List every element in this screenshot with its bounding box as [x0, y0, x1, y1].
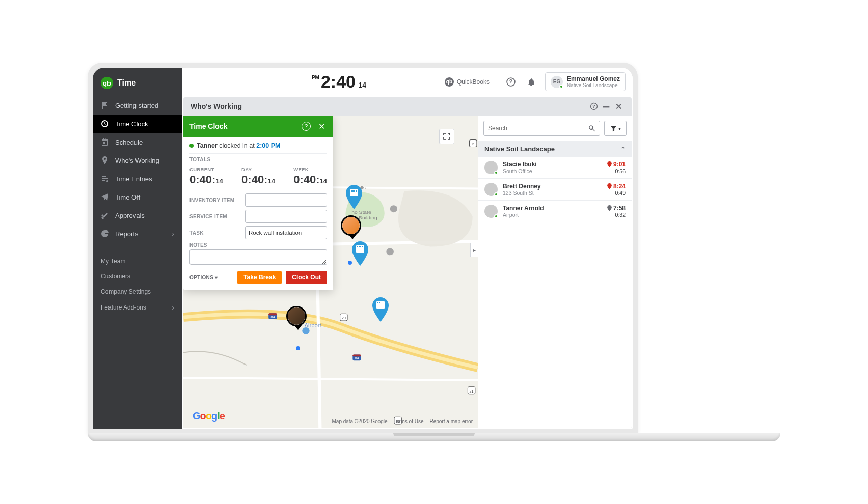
pin-icon: [607, 205, 612, 211]
svg-point-25: [390, 205, 397, 212]
svg-rect-39: [360, 246, 361, 247]
plane-icon: [101, 193, 109, 201]
panel-minimize-button[interactable]: ‒: [600, 100, 612, 113]
nav-label: Time Clock: [115, 120, 148, 128]
task-input[interactable]: [245, 226, 327, 239]
totals-label: TOTALS: [189, 153, 327, 164]
map-location-pin[interactable]: [344, 185, 364, 209]
search-box[interactable]: [483, 121, 600, 136]
task-label: TASK: [189, 230, 241, 236]
user-avatar: EG: [551, 76, 563, 88]
svg-rect-30: [354, 190, 355, 191]
map-bluedot: [296, 346, 300, 350]
map-terms-link[interactable]: Terms of Use: [394, 418, 424, 424]
clock-out-button[interactable]: Clock Out: [286, 271, 327, 284]
nav-label: Time Off: [115, 193, 140, 201]
map-expand-tab[interactable]: ▸: [470, 243, 478, 257]
nav-time-entries[interactable]: Time Entries: [93, 170, 182, 188]
chevron-right-icon: ›: [172, 230, 174, 238]
map-employee-pin[interactable]: [286, 306, 310, 334]
quickbooks-link[interactable]: qb QuickBooks: [445, 77, 490, 87]
nav-whos-working[interactable]: Who's Working: [93, 151, 182, 170]
filter-icon: [610, 125, 617, 132]
nav-label: Reports: [115, 230, 166, 238]
panel-close-button[interactable]: ✕: [612, 100, 625, 113]
svg-rect-29: [352, 190, 354, 191]
nav-approvals[interactable]: Approvals: [93, 206, 182, 225]
time-clock-close-button[interactable]: ✕: [316, 121, 327, 132]
caret-down-icon: ▾: [618, 126, 621, 131]
employee-row[interactable]: Brett Denney123 South St 8:240:49: [478, 179, 632, 201]
divider: [497, 76, 497, 88]
nav-my-team[interactable]: My Team: [93, 254, 182, 269]
panel-title: Who's Working: [191, 102, 242, 110]
notifications-button[interactable]: [525, 75, 538, 89]
clock-icon: [101, 120, 109, 128]
help-button[interactable]: ?: [504, 75, 518, 89]
map-employee-pin[interactable]: [341, 215, 364, 244]
nav-schedule[interactable]: Schedule: [93, 133, 182, 151]
notes-input[interactable]: [189, 249, 327, 265]
inventory-label: INVENTORY ITEM: [189, 198, 241, 203]
map-view[interactable]: Airport ho State tol Building Hills ge 8…: [183, 116, 478, 428]
brand-logo: qb: [101, 77, 113, 89]
employee-duration: 0:32: [607, 212, 626, 218]
quickbooks-icon: qb: [445, 77, 454, 87]
nav-reports[interactable]: Reports ›: [93, 225, 182, 243]
pin-icon: [607, 183, 612, 189]
time-clock-help-button[interactable]: ?: [302, 122, 311, 131]
filter-button[interactable]: ▾: [604, 121, 627, 136]
employee-name: Brett Denney: [503, 183, 602, 190]
employee-row[interactable]: Stacie IbukiSouth Office 9:010:56: [478, 157, 632, 179]
employee-avatar: [484, 161, 498, 174]
nav-primary: Getting started Time Clock Schedule Who'…: [93, 96, 182, 243]
nav-company-settings[interactable]: Company Settings: [93, 284, 182, 299]
quickbooks-label: QuickBooks: [457, 78, 490, 86]
nav-time-clock[interactable]: Time Clock: [93, 115, 182, 133]
employee-avatar: [484, 183, 498, 196]
nav-feature-addons[interactable]: Feature Add-ons›: [93, 299, 182, 316]
svg-rect-34: [354, 191, 355, 192]
flag-icon: [101, 101, 109, 109]
chevron-right-icon: ›: [172, 303, 174, 312]
map-fullscreen-button[interactable]: [439, 129, 454, 144]
employee-name: Stacie Ibuki: [503, 161, 602, 168]
sidebar: qb Time Getting started Time Clock Sched…: [93, 68, 182, 429]
take-break-button[interactable]: Take Break: [237, 271, 282, 284]
panel-help-button[interactable]: ?: [588, 100, 600, 113]
pie-icon: [101, 230, 109, 238]
nav-getting-started[interactable]: Getting started: [93, 96, 182, 115]
topbar: PM2:40 14 qb QuickBooks ? EG Emmanuel Go…: [182, 68, 633, 96]
map-credits: Map data ©2020 Google Terms of Use Repor…: [332, 418, 473, 424]
map-report-link[interactable]: Report a map error: [430, 418, 473, 424]
group-header[interactable]: Native Soil Landscape ⌃: [478, 141, 632, 157]
notes-label: NOTES: [189, 242, 327, 248]
svg-rect-43: [379, 302, 380, 303]
map-location-pin[interactable]: [370, 297, 391, 322]
time-clock-card: Time Clock ? ✕ Tanner clocked in at 2:00…: [183, 116, 333, 290]
inventory-input[interactable]: [245, 193, 327, 207]
svg-rect-38: [359, 246, 360, 247]
employee-avatar: [484, 205, 498, 218]
nav-customers[interactable]: Customers: [93, 269, 182, 284]
svg-rect-31: [356, 190, 357, 191]
user-menu[interactable]: EG Emmanuel Gomez Native Soil Landscape: [545, 72, 626, 91]
search-icon: [588, 125, 595, 132]
svg-text:84: 84: [270, 315, 275, 319]
service-input[interactable]: [245, 210, 327, 223]
nav-label: Who's Working: [115, 157, 159, 164]
user-company: Native Soil Landscape: [567, 82, 620, 88]
svg-point-24: [386, 248, 393, 255]
time-clock-title: Time Clock: [189, 122, 296, 130]
employee-time-in: 8:24: [607, 183, 626, 190]
options-button[interactable]: OPTIONS ▾: [189, 275, 218, 281]
employee-time-in: 7:58: [607, 205, 626, 212]
pin-icon: [607, 161, 612, 167]
nav-label: Approvals: [115, 212, 145, 219]
search-input[interactable]: [488, 125, 588, 132]
service-label: SERVICE ITEM: [189, 214, 241, 219]
nav-time-off[interactable]: Time Off: [93, 188, 182, 206]
map-location-pin[interactable]: [350, 241, 370, 266]
svg-rect-28: [351, 190, 352, 191]
employee-row[interactable]: Tanner ArnoldAirport 7:580:32: [478, 201, 632, 222]
